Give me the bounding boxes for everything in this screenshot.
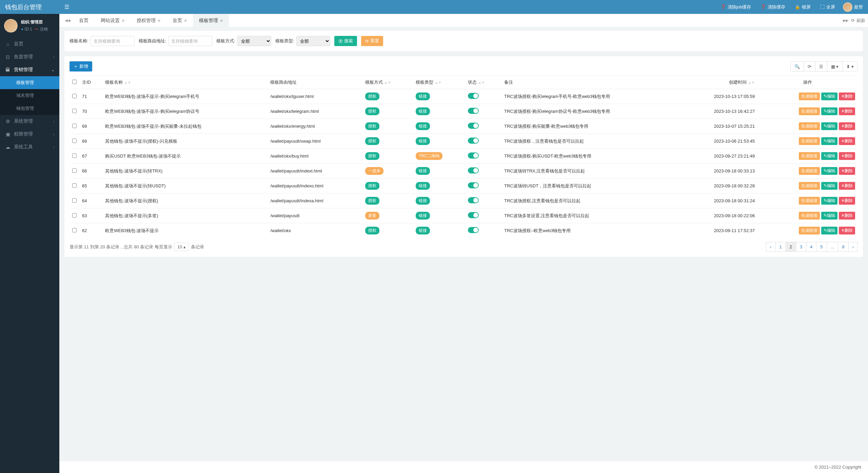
delete-button[interactable]: ✕删除 (839, 92, 855, 100)
nav-tools[interactable]: ☁ 系统工具 ‹ (0, 141, 59, 153)
refresh-button[interactable]: ⟳ 刷新 (851, 18, 865, 24)
sort-icon[interactable]: ▲▼ (124, 82, 131, 83)
columns-tool-button[interactable]: ☰ (815, 62, 827, 71)
sort-icon[interactable]: ▲▼ (748, 82, 755, 83)
page-button[interactable]: › (848, 242, 858, 252)
add-button[interactable]: ＋新增 (70, 61, 92, 71)
delete-button[interactable]: ✕删除 (839, 122, 855, 130)
close-icon[interactable]: ⊗ (220, 19, 223, 22)
tabs-scroll-right[interactable]: ▶▶ (840, 18, 851, 23)
generate-link-button[interactable]: 生成链接 (799, 107, 820, 115)
tabs-scroll-left[interactable]: ◀◀ (62, 18, 73, 23)
refresh-tool-button[interactable]: ⟳ (804, 62, 815, 71)
sidebar-toggle-icon[interactable]: ☰ (64, 4, 69, 10)
generate-link-button[interactable]: 生成链接 (799, 182, 820, 190)
status-switch[interactable] (468, 138, 479, 144)
edit-button[interactable]: ✎编辑 (821, 212, 837, 220)
status-switch[interactable] (468, 182, 479, 188)
generate-link-button[interactable]: 生成链接 (799, 92, 820, 100)
generate-link-button[interactable]: 生成链接 (799, 152, 820, 160)
route-input[interactable] (168, 36, 212, 46)
export-tool-button[interactable]: ⬇ ▾ (843, 62, 857, 71)
nav-home[interactable]: ⌂ 首页 (0, 38, 59, 50)
page-button[interactable]: 4 (806, 242, 816, 252)
fullscreen-button[interactable]: ⛶全屏 (820, 4, 835, 10)
sort-icon[interactable]: ▲▼ (435, 82, 441, 83)
nav-marketing[interactable]: 🏛 营销管理 ⌄ (0, 63, 59, 76)
delete-button[interactable]: ✕删除 (839, 107, 855, 115)
close-icon[interactable]: ⊗ (122, 19, 124, 22)
delete-button[interactable]: ✕删除 (839, 182, 855, 190)
close-icon[interactable]: ⊗ (184, 19, 187, 22)
clear-job-cache-button[interactable]: ❓清除job缓存 (721, 4, 751, 10)
search-tool-button[interactable]: 🔍 (791, 62, 804, 71)
tab-site-settings[interactable]: 网站设置⊗ (95, 14, 131, 27)
edit-button[interactable]: ✎编辑 (821, 137, 837, 145)
generate-link-button[interactable]: 生成链接 (799, 227, 820, 234)
delete-button[interactable]: ✕删除 (839, 167, 855, 175)
status-switch[interactable] (468, 197, 479, 203)
page-size-select[interactable]: 10 ▴ (174, 243, 189, 251)
page-button[interactable]: ‹ (766, 242, 775, 252)
logout-icon[interactable]: ↪ (35, 27, 38, 32)
sort-icon[interactable]: ▲▼ (384, 82, 391, 83)
edit-button[interactable]: ✎编辑 (821, 92, 837, 100)
delete-button[interactable]: ✕删除 (839, 197, 855, 205)
close-icon[interactable]: ⊗ (158, 19, 160, 22)
generate-link-button[interactable]: 生成链接 (799, 122, 820, 130)
page-button[interactable]: ... (827, 242, 839, 252)
row-checkbox[interactable] (72, 213, 77, 218)
page-button[interactable]: 8 (838, 242, 848, 252)
page-button[interactable]: 1 (775, 242, 786, 252)
tab-template-mgmt[interactable]: 模板管理⊗ (193, 14, 229, 27)
sort-icon[interactable]: ▲▼ (478, 82, 485, 83)
method-select[interactable]: 全部 (237, 36, 271, 46)
status-switch[interactable] (468, 108, 479, 114)
status-switch[interactable] (468, 167, 479, 173)
select-all-checkbox[interactable] (72, 80, 77, 84)
status-switch[interactable] (468, 152, 479, 159)
page-button[interactable]: 2 (786, 242, 796, 252)
user-menu[interactable]: 超管 (845, 2, 863, 12)
edit-button[interactable]: ✎编辑 (821, 227, 837, 234)
edit-button[interactable]: ✎编辑 (821, 107, 837, 115)
nav-fish[interactable]: ⊡ 鱼苗管理 ‹ (0, 50, 59, 63)
reset-button[interactable]: ⟳重置 (361, 36, 383, 46)
row-checkbox[interactable] (72, 168, 77, 173)
search-button[interactable]: ⦿搜索 (334, 36, 357, 46)
edit-button[interactable]: ✎编辑 (821, 182, 837, 190)
nav-permission[interactable]: ▣ 权限管理 ‹ (0, 128, 59, 141)
row-checkbox[interactable] (72, 94, 77, 98)
generate-link-button[interactable]: 生成链接 (799, 167, 820, 175)
delete-button[interactable]: ✕删除 (839, 212, 855, 220)
page-button[interactable]: 3 (796, 242, 806, 252)
delete-button[interactable]: ✕删除 (839, 137, 855, 145)
status-switch[interactable] (468, 93, 479, 99)
logout-link[interactable]: 注销 (40, 27, 48, 32)
edit-button[interactable]: ✎编辑 (821, 197, 837, 205)
nav-system[interactable]: ⚙ 系统管理 ‹ (0, 115, 59, 128)
nav-template-mgmt[interactable]: 模板管理 (0, 76, 59, 89)
row-checkbox[interactable] (72, 109, 77, 113)
row-checkbox[interactable] (72, 124, 77, 128)
delete-button[interactable]: ✕删除 (839, 152, 855, 160)
edit-button[interactable]: ✎编辑 (821, 122, 837, 130)
delete-button[interactable]: ✕删除 (839, 227, 855, 234)
type-select[interactable]: 全部 (296, 36, 330, 46)
view-tool-button[interactable]: ▦ ▾ (827, 62, 843, 71)
generate-link-button[interactable]: 生成链接 (799, 197, 820, 205)
row-checkbox[interactable] (72, 153, 77, 158)
nav-wallet-mgmt[interactable]: 钱包管理 (0, 102, 59, 115)
generate-link-button[interactable]: 生成链接 (799, 137, 820, 145)
edit-button[interactable]: ✎编辑 (821, 152, 837, 160)
row-checkbox[interactable] (72, 139, 77, 143)
page-button[interactable]: 5 (816, 242, 827, 252)
template-name-input[interactable] (91, 36, 135, 46)
tab-home[interactable]: 首页 (73, 14, 95, 27)
tab-auth-mgmt[interactable]: 授权管理⊗ (131, 14, 166, 27)
lock-screen-button[interactable]: 🔒锁屏 (795, 4, 811, 10)
edit-button[interactable]: ✎编辑 (821, 167, 837, 175)
clear-cache-button[interactable]: ❓清除缓存 (761, 4, 785, 10)
generate-link-button[interactable]: 生成链接 (799, 212, 820, 220)
status-switch[interactable] (468, 123, 479, 129)
